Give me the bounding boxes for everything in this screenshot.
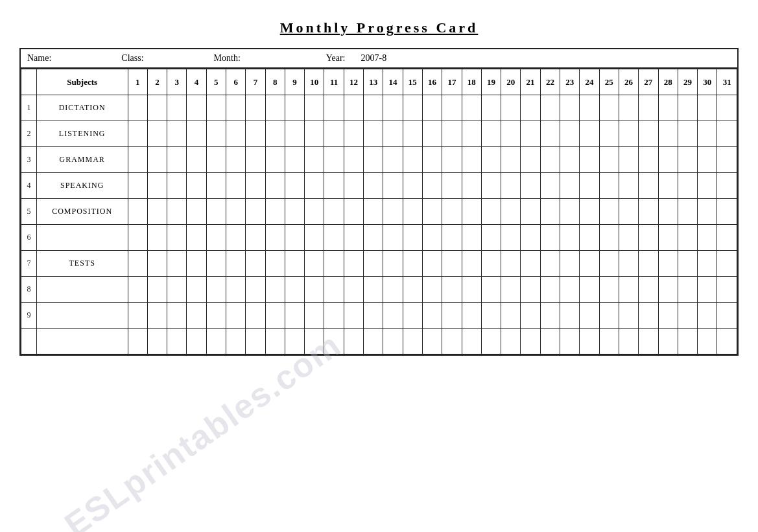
header-day-14: 14 <box>383 69 403 95</box>
cell-row4-day18 <box>462 173 481 199</box>
cell-row10-day15 <box>403 329 422 354</box>
year-label: Year: <box>326 53 346 64</box>
header-day-13: 13 <box>364 69 383 95</box>
cell-row3-day1 <box>128 147 147 173</box>
cell-row4-day23 <box>560 173 580 199</box>
cell-row9-day19 <box>481 303 501 329</box>
subject-cell <box>36 225 128 251</box>
cell-row8-day16 <box>422 277 442 303</box>
cell-row10-day12 <box>344 329 363 354</box>
month-label: Month: <box>214 53 241 64</box>
cell-row7-day20 <box>501 251 521 277</box>
cell-row10-day19 <box>481 329 501 354</box>
cell-row8-day8 <box>265 277 285 303</box>
cell-row4-day17 <box>442 173 462 199</box>
cell-row7-day15 <box>403 251 422 277</box>
cell-row2-day20 <box>501 121 521 147</box>
table-row <box>21 329 737 354</box>
cell-row3-day17 <box>442 147 462 173</box>
cell-row3-day26 <box>619 147 638 173</box>
row-num-cell: 7 <box>21 251 37 277</box>
cell-row8-day1 <box>128 277 147 303</box>
cell-row10-day13 <box>364 329 383 354</box>
cell-row8-day7 <box>246 277 265 303</box>
cell-row6-day7 <box>246 225 265 251</box>
cell-row3-day23 <box>560 147 580 173</box>
row-num-cell: 2 <box>21 121 37 147</box>
cell-row10-day4 <box>187 329 206 354</box>
cell-row3-day5 <box>206 147 226 173</box>
cell-row1-day27 <box>639 95 658 121</box>
cell-row5-day19 <box>481 199 501 225</box>
class-value <box>160 53 198 64</box>
cell-row9-day30 <box>698 303 717 329</box>
cell-row2-day18 <box>462 121 481 147</box>
cell-row7-day29 <box>678 251 697 277</box>
cell-row8-day3 <box>167 277 187 303</box>
table-row: 7TESTS <box>21 251 737 277</box>
cell-row3-day25 <box>599 147 619 173</box>
cell-row9-day17 <box>442 303 462 329</box>
cell-row4-day19 <box>481 173 501 199</box>
cell-row5-day18 <box>462 199 481 225</box>
cell-row7-day16 <box>422 251 442 277</box>
cell-row10-day29 <box>678 329 697 354</box>
cell-row6-day13 <box>364 225 383 251</box>
cell-row6-day25 <box>599 225 619 251</box>
cell-row8-day15 <box>403 277 422 303</box>
cell-row8-day9 <box>285 277 304 303</box>
header-day-6: 6 <box>226 69 245 95</box>
row-num-cell: 8 <box>21 277 37 303</box>
cell-row5-day11 <box>324 199 344 225</box>
cell-row3-day7 <box>246 147 265 173</box>
cell-row4-day20 <box>501 173 521 199</box>
cell-row2-day19 <box>481 121 501 147</box>
cell-row7-day19 <box>481 251 501 277</box>
header-row-num <box>21 69 37 95</box>
cell-row5-day6 <box>226 199 245 225</box>
cell-row6-day24 <box>580 225 599 251</box>
cell-row9-day25 <box>599 303 619 329</box>
row-num-cell: 3 <box>21 147 37 173</box>
cell-row3-day11 <box>324 147 344 173</box>
cell-row6-day22 <box>540 225 560 251</box>
cell-row2-day16 <box>422 121 442 147</box>
cell-row5-day8 <box>265 199 285 225</box>
cell-row6-day18 <box>462 225 481 251</box>
cell-row10-day31 <box>717 329 737 354</box>
header-day-3: 3 <box>167 69 187 95</box>
cell-row10-day9 <box>285 329 304 354</box>
cell-row5-day15 <box>403 199 422 225</box>
cell-row10-day8 <box>265 329 285 354</box>
cell-row8-day6 <box>226 277 245 303</box>
cell-row8-day17 <box>442 277 462 303</box>
cell-row10-day11 <box>324 329 344 354</box>
cell-row2-day12 <box>344 121 363 147</box>
header-day-17: 17 <box>442 69 462 95</box>
cell-row3-day10 <box>305 147 324 173</box>
subject-cell <box>36 329 128 354</box>
cell-row6-day11 <box>324 225 344 251</box>
cell-row7-day1 <box>128 251 147 277</box>
cell-row2-day6 <box>226 121 245 147</box>
cell-row1-day8 <box>265 95 285 121</box>
name-value <box>67 53 106 64</box>
table-row: 3GRAMMAR <box>21 147 737 173</box>
info-bar: Name: Class: Month: Year: 2007-8 <box>19 48 739 67</box>
cell-row2-day27 <box>639 121 658 147</box>
header-day-31: 31 <box>717 69 737 95</box>
cell-row4-day1 <box>128 173 147 199</box>
cell-row9-day23 <box>560 303 580 329</box>
cell-row3-day19 <box>481 147 501 173</box>
cell-row9-day21 <box>521 303 540 329</box>
cell-row6-day14 <box>383 225 403 251</box>
row-num-cell: 1 <box>21 95 37 121</box>
year-value: 2007-8 <box>361 53 400 64</box>
cell-row10-day10 <box>305 329 324 354</box>
cell-row4-day22 <box>540 173 560 199</box>
cell-row3-day30 <box>698 147 717 173</box>
cell-row9-day13 <box>364 303 383 329</box>
header-day-8: 8 <box>265 69 285 95</box>
cell-row8-day14 <box>383 277 403 303</box>
cell-row4-day10 <box>305 173 324 199</box>
